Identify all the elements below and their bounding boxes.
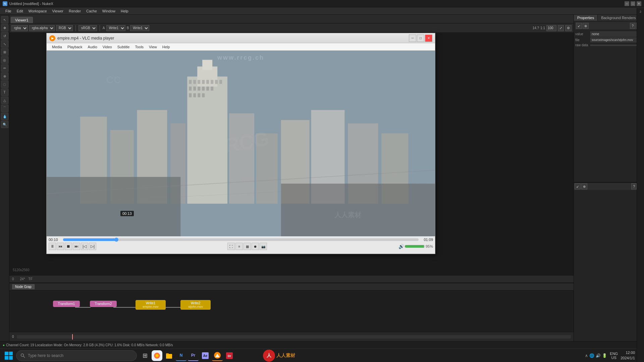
- tool-eyedrop[interactable]: 💧: [1, 113, 8, 120]
- props2-btn-3[interactable]: ?: [631, 183, 637, 189]
- props2-btn-1[interactable]: ↙: [575, 183, 581, 189]
- write-a-select[interactable]: Write1: [106, 25, 125, 31]
- vlc-menu-media[interactable]: Media: [49, 44, 65, 50]
- vlc-menu-view[interactable]: View: [146, 44, 160, 50]
- taskbar-search[interactable]: Type here to search: [16, 350, 137, 361]
- ng-tab-node-graph[interactable]: Node Grap: [12, 284, 35, 289]
- vlc-frame-prev-button[interactable]: |◁: [81, 243, 88, 250]
- color-select[interactable]: RGB: [56, 25, 73, 31]
- taskbar-app-explorer[interactable]: [164, 350, 174, 361]
- viewer-tab-1[interactable]: Viewer1: [11, 17, 33, 23]
- vlc-minimize-button[interactable]: ─: [409, 35, 416, 42]
- taskbar-app-ae[interactable]: Ae: [200, 350, 211, 361]
- fit-view-button[interactable]: ⤢: [558, 25, 564, 31]
- menu-viewer[interactable]: Viewer: [50, 8, 66, 14]
- ng-content[interactable]: Transform1 Transform2 Write1 empire.mov …: [9, 291, 574, 332]
- maximize-button[interactable]: □: [631, 1, 635, 6]
- tool-clone[interactable]: ⊕: [1, 72, 8, 80]
- props-btn-1[interactable]: ↙: [576, 23, 582, 29]
- vlc-maximize-button[interactable]: □: [417, 35, 424, 42]
- props-panel-2: ↙ ⊕ ? ✕: [574, 182, 644, 341]
- tool-zoom[interactable]: 🔍: [1, 121, 8, 128]
- tool-text[interactable]: T: [1, 88, 8, 96]
- taskbar-app-premiere[interactable]: Pr: [188, 350, 199, 361]
- vlc-close-button[interactable]: ✕: [425, 35, 432, 42]
- tool-blur[interactable]: ◌: [1, 80, 8, 88]
- tool-rotate[interactable]: ↺: [1, 32, 8, 40]
- vlc-frame-next-button[interactable]: ▷|: [89, 243, 96, 250]
- vlc-next-button[interactable]: ⏭: [73, 243, 80, 250]
- vlc-prev-button[interactable]: ⏮: [57, 243, 64, 250]
- tool-crop[interactable]: ⊞: [1, 48, 8, 56]
- write-b-select[interactable]: Write1: [130, 25, 149, 31]
- taskbar-app-resolve[interactable]: Dr: [224, 350, 235, 361]
- menu-workspace[interactable]: Workspace: [26, 8, 50, 14]
- vlc-time-tooltip: 00:13: [120, 211, 134, 216]
- props-value-field: none: [590, 32, 643, 37]
- vlc-volume-icon[interactable]: 🔊: [398, 244, 404, 249]
- menu-cache[interactable]: Cache: [84, 8, 100, 14]
- vlc-menu-help[interactable]: Help: [160, 44, 173, 50]
- tool-move[interactable]: ✥: [1, 24, 8, 32]
- tool-scale[interactable]: ⤡: [1, 40, 8, 48]
- start-button[interactable]: [3, 350, 15, 362]
- vlc-playlist-button[interactable]: ≡: [235, 243, 243, 250]
- timeline-track[interactable]: [17, 335, 571, 339]
- vlc-fullscreen-button[interactable]: ⛶: [227, 243, 235, 250]
- vlc-progress-track[interactable]: [63, 238, 419, 241]
- alpha-select[interactable]: rgba.alpha: [29, 25, 55, 31]
- taskbar-app-firefox[interactable]: [152, 350, 162, 361]
- props-btn-3[interactable]: ?: [630, 23, 635, 29]
- vlc-video-area[interactable]: www.rrcg.ch RRCG 人人素材 CC 00:13: [47, 51, 435, 236]
- menu-render[interactable]: Render: [66, 8, 84, 14]
- node-transform1[interactable]: Transform1: [53, 301, 80, 307]
- tool-shape[interactable]: △: [1, 97, 8, 104]
- svg-rect-44: [9, 352, 13, 355]
- props-file-field: sourceimages/scan/stjohn.mov: [590, 38, 643, 42]
- tool-select[interactable]: ↖: [1, 16, 8, 23]
- system-clock[interactable]: 12:00 2024/1/1: [621, 350, 635, 361]
- vlc-stop-button[interactable]: ⏹: [65, 243, 72, 250]
- vlc-menu-audio[interactable]: Audio: [85, 44, 100, 50]
- tab-bg-renders[interactable]: Background Renders: [598, 15, 639, 21]
- vlc-snapshot-button[interactable]: 📷: [260, 243, 267, 250]
- vlc-menu-video[interactable]: Video: [100, 44, 115, 50]
- tab-properties[interactable]: Properties: [574, 15, 598, 21]
- tray-battery-icon[interactable]: 🔋: [602, 353, 607, 358]
- tool-bezier[interactable]: ⌒: [1, 105, 8, 112]
- channel-select[interactable]: rgba: [11, 25, 28, 31]
- taskbar-app-vlc[interactable]: [212, 350, 223, 361]
- node-transform2[interactable]: Transform2: [90, 301, 117, 307]
- settings-button[interactable]: ⚙: [565, 25, 572, 31]
- node-write2[interactable]: Write2 stjohn.mov: [180, 300, 211, 310]
- tray-sound-icon[interactable]: 🔊: [596, 353, 601, 358]
- close-button[interactable]: ✕: [637, 1, 641, 6]
- vlc-menu-playback[interactable]: Playback: [65, 44, 85, 50]
- brand-logo-text: 人: [267, 353, 271, 359]
- node-write1[interactable]: Write1 empire.mov: [136, 300, 166, 310]
- vlc-record-button[interactable]: ⏺: [252, 243, 259, 250]
- tray-arrow-icon[interactable]: ∧: [585, 353, 588, 358]
- menu-file[interactable]: File: [3, 8, 14, 14]
- viewer-image-area: 5120x2560 ▶ empire.mp4 - VLC media playe…: [9, 33, 574, 275]
- vlc-volume-bar[interactable]: [405, 245, 425, 248]
- menu-window[interactable]: Window: [100, 8, 118, 14]
- props-btn-2[interactable]: ⊕: [583, 23, 589, 29]
- zoom-input[interactable]: [546, 25, 556, 31]
- taskbar-app-taskview[interactable]: ⊞: [140, 350, 150, 361]
- vlc-extended-button[interactable]: ▦: [244, 243, 251, 250]
- vlc-menu-tools[interactable]: Tools: [132, 44, 146, 50]
- lang-indicator[interactable]: ENG US: [610, 352, 618, 360]
- tool-mask[interactable]: ◎: [1, 56, 8, 64]
- colorspace-select[interactable]: sRGB: [78, 25, 97, 31]
- vlc-pause-button[interactable]: ⏸: [49, 243, 56, 250]
- vlc-menu-subtitle[interactable]: Subtitle: [115, 44, 132, 50]
- svg-rect-17: [211, 86, 213, 90]
- menu-help[interactable]: Help: [118, 8, 131, 14]
- menu-edit[interactable]: Edit: [14, 8, 26, 14]
- taskbar-app-nuke[interactable]: N: [176, 350, 186, 361]
- tool-paint[interactable]: ✏: [1, 64, 8, 72]
- props2-btn-2[interactable]: ⊕: [581, 183, 587, 189]
- minimize-button[interactable]: ─: [625, 1, 629, 6]
- tray-network-icon[interactable]: 🌐: [589, 353, 594, 358]
